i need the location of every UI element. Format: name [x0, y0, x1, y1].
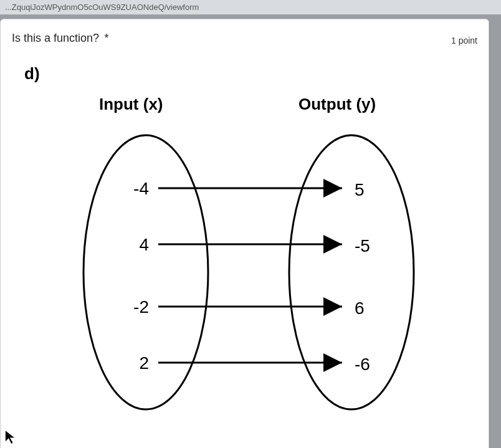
- input-value-3: 2: [139, 353, 149, 373]
- points-label: 1 point: [451, 36, 477, 45]
- mapping-diagram: Input (x) Output (y) -4 5 4 -5 -2: [37, 95, 473, 431]
- url-fragment: ...ZquqiJozWPydnmO5cOuWS9ZUAONdeQ/viewfo…: [0, 0, 501, 15]
- output-value-0: 5: [355, 180, 365, 199]
- input-value-2: -2: [133, 297, 149, 317]
- question-text-wrap: Is this a function? *: [12, 32, 109, 45]
- required-marker: *: [105, 32, 109, 44]
- cursor-icon: [4, 429, 18, 446]
- question-header-row: Is this a function? * 1 point: [12, 32, 477, 45]
- output-header: Output (y): [298, 95, 376, 114]
- question-card: Is this a function? * 1 point d) Input (…: [0, 19, 489, 448]
- option-label: d): [24, 64, 477, 83]
- output-value-2: 6: [355, 298, 365, 318]
- diagram-svg: -4 5 4 -5 -2 6 2 -6: [74, 126, 436, 419]
- input-value-0: -4: [133, 179, 149, 198]
- input-value-1: 4: [139, 235, 149, 254]
- output-value-1: -5: [355, 236, 370, 255]
- output-value-3: -6: [355, 355, 370, 374]
- question-text: Is this a function?: [12, 32, 99, 44]
- output-ellipse: [289, 135, 414, 409]
- input-header: Input (x): [99, 95, 163, 114]
